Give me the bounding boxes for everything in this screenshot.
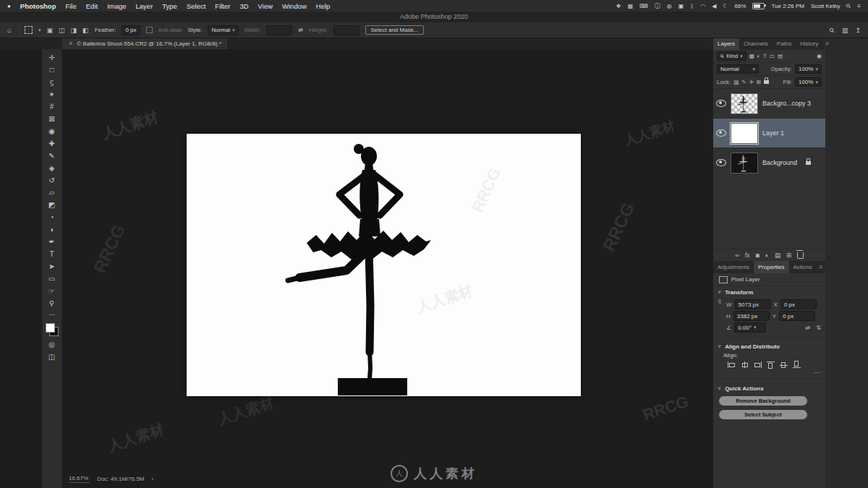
filter-type-icon[interactable]: T [763,53,767,59]
moon-icon[interactable]: ☾ [723,3,728,9]
quick-mask-button[interactable]: ◎ [42,338,61,351]
crop-tool[interactable]: # [42,100,61,113]
edit-toolbar-icon[interactable]: ⋯ [48,309,55,320]
align-center-horizontal-icon[interactable] [739,360,750,369]
menu-item[interactable]: Image [107,2,126,10]
x-value-input[interactable]: 0 px [780,299,817,309]
layer-name[interactable]: Layer 1 [762,129,784,137]
filter-smart-object-icon[interactable]: ▤ [778,53,783,59]
close-icon[interactable]: × [69,40,72,47]
menu-item[interactable]: Edit [86,2,98,10]
volume-icon[interactable]: ◀ [712,3,716,9]
pen-tool[interactable]: ✒ [42,236,61,248]
flip-vertical-icon[interactable]: ⇅ [816,325,821,331]
foreground-color-swatch[interactable] [46,323,55,333]
display-icon[interactable]: ▣ [678,3,684,9]
spot-healing-brush-tool[interactable]: ✚ [42,137,61,150]
layer-name[interactable]: Backgro...copy 3 [762,100,811,107]
link-layers-icon[interactable]: ∞ [735,252,739,259]
layer-row-background-copy[interactable]: Backgro...copy 3 [713,89,825,119]
align-right-icon[interactable] [752,360,763,369]
visibility-eye-icon[interactable] [716,129,726,137]
path-selection-tool[interactable]: ➤ [42,260,61,273]
document-tab[interactable]: × © Ballerina Shoot-554.CR2 @ 16.7% (Lay… [62,38,229,49]
dodge-tool[interactable]: ◖ [42,223,61,236]
subtract-selection-icon[interactable]: ◨ [71,27,77,34]
panel-menu-icon[interactable]: ≡ [817,261,826,273]
color-swatches[interactable] [46,323,59,336]
add-selection-icon[interactable]: ◫ [59,27,65,34]
lock-all-icon[interactable] [764,80,769,84]
layer-name[interactable]: Background [762,159,797,166]
hand-tool[interactable]: ☞ [42,285,61,297]
layer-thumbnail[interactable] [731,123,758,144]
align-left-icon[interactable] [726,360,737,369]
feather-input[interactable]: 0 px [122,25,140,35]
menu-user[interactable]: Scott Kelby [811,3,840,9]
align-center-vertical-icon[interactable] [778,360,789,369]
menu-item[interactable]: Select [187,2,205,10]
brush-tool[interactable]: ✎ [42,150,61,162]
visibility-eye-icon[interactable] [716,100,726,107]
quick-actions-header[interactable]: ∨ Quick Actions [713,382,825,394]
y-value-input[interactable]: 0 px [779,311,815,321]
menu-item[interactable]: 3D [239,2,248,10]
width-input[interactable] [266,25,292,35]
apple-menu-icon[interactable]: ● [7,3,11,9]
remove-background-button[interactable]: Remove Background [719,396,807,406]
eraser-tool[interactable]: ▱ [42,187,61,199]
align-section-header[interactable]: ∨ Align and Distribute [713,341,825,352]
document-canvas[interactable] [187,134,581,396]
link-dimensions-icon[interactable]: ∞ [716,299,723,304]
frame-tool[interactable]: ⊠ [42,113,61,125]
chevron-down-icon[interactable]: ▾ [38,27,41,33]
info-icon[interactable]: ⓘ [655,2,660,10]
tab-adjustments[interactable]: Adjustments [713,261,754,273]
width-value-input[interactable]: 5073 px [735,299,771,309]
tab-history[interactable]: History [796,38,822,50]
adjustment-layer-icon[interactable]: ◐ [765,252,769,259]
align-top-icon[interactable] [765,360,776,369]
flip-horizontal-icon[interactable]: ⇄ [806,325,811,331]
type-tool[interactable]: T [42,248,61,260]
clone-stamp-tool[interactable]: ◈ [42,162,61,174]
blur-tool[interactable]: ◔ [42,211,61,223]
menu-item[interactable]: Help [316,2,331,10]
tab-channels[interactable]: Channels [739,38,773,50]
height-input[interactable] [333,25,359,35]
new-layer-icon[interactable]: ⊞ [786,252,791,259]
style-select[interactable]: Normal ▾ [208,25,238,35]
select-subject-button[interactable]: Select Subject [719,410,807,419]
kind-select[interactable]: ⚲ Kind ▾ [717,51,746,61]
bluetooth-icon[interactable]: ᛒ [690,3,694,9]
select-and-mask-button[interactable]: Select and Mask... [365,25,425,35]
filter-shape-icon[interactable]: ▭ [770,53,775,59]
marquee-tool-icon[interactable] [25,26,33,34]
workspace-icon[interactable]: ▥ [842,27,848,34]
quick-selection-tool[interactable]: ✶ [42,88,61,100]
intersect-selection-icon[interactable]: ◧ [82,27,89,34]
delete-layer-icon[interactable] [797,252,804,259]
fill-input[interactable]: 100% ▾ [795,77,822,87]
tab-properties[interactable]: Properties [754,261,788,273]
visibility-eye-icon[interactable] [716,159,726,166]
menu-clock[interactable]: Tue 2:26 PM [771,3,804,9]
new-selection-icon[interactable]: ▣ [47,27,54,34]
filter-pixel-icon[interactable]: ▦ [749,53,754,59]
rectangular-marquee-tool[interactable]: □ [42,64,61,76]
home-icon[interactable]: ⌂ [7,26,12,34]
layer-row-background[interactable]: Background [713,148,825,178]
more-options-icon[interactable]: ⋯ [814,369,820,376]
menu-photoshop[interactable]: Photoshop [20,2,56,10]
app-switcher-icon[interactable]: ❖ [616,3,621,9]
search-icon[interactable]: ⚲ [828,26,837,35]
wifi-icon[interactable]: ◠ [700,3,705,9]
layer-thumbnail[interactable] [731,153,758,174]
lock-artboard-icon[interactable]: ⊞ [757,79,761,85]
layer-mask-icon[interactable]: ◙ [756,252,760,259]
shape-tool[interactable]: ▭ [42,273,61,285]
share-icon[interactable]: ↥ [855,27,861,34]
menu-item[interactable]: Filter [215,2,230,10]
layer-thumbnail[interactable] [731,93,758,114]
keyboard-icon[interactable]: ⌨ [639,3,648,9]
